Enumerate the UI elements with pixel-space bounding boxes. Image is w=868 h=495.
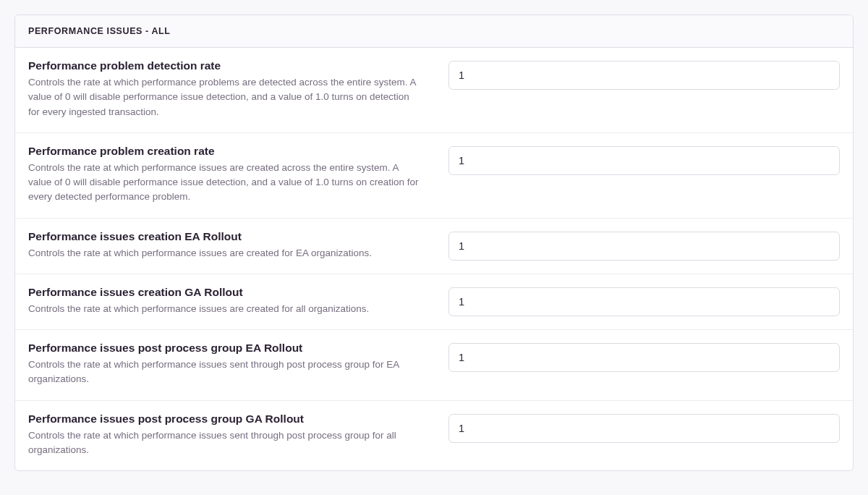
setting-row: Performance issues creation GA Rollout C… <box>15 274 853 330</box>
setting-title: Performance problem detection rate <box>28 59 420 72</box>
setting-input-wrap <box>448 412 840 443</box>
detection-rate-input[interactable] <box>448 61 840 90</box>
performance-issues-panel: PERFORMANCE ISSUES - ALL Performance pro… <box>14 14 854 471</box>
setting-row: Performance problem creation rate Contro… <box>15 133 853 219</box>
setting-description: Controls the rate at which performance p… <box>28 75 420 119</box>
setting-description: Controls the rate at which performance i… <box>28 161 420 205</box>
creation-ga-rollout-input[interactable] <box>448 287 840 316</box>
creation-ea-rollout-input[interactable] <box>448 232 840 261</box>
setting-description: Controls the rate at which performance i… <box>28 428 420 458</box>
panel-header: PERFORMANCE ISSUES - ALL <box>15 15 853 48</box>
setting-text: Performance issues post process group EA… <box>28 342 420 387</box>
setting-title: Performance problem creation rate <box>28 145 420 158</box>
creation-rate-input[interactable] <box>448 146 840 175</box>
setting-input-wrap <box>448 145 840 175</box>
setting-description: Controls the rate at which performance i… <box>28 246 420 261</box>
setting-input-wrap <box>448 59 840 90</box>
post-process-ga-rollout-input[interactable] <box>448 414 840 443</box>
setting-text: Performance issues post process group GA… <box>28 412 420 458</box>
setting-text: Performance problem creation rate Contro… <box>28 145 420 205</box>
setting-title: Performance issues creation GA Rollout <box>28 286 420 299</box>
setting-input-wrap <box>448 230 840 261</box>
setting-row: Performance issues creation EA Rollout C… <box>15 219 853 274</box>
setting-row: Performance problem detection rate Contr… <box>15 48 853 133</box>
setting-description: Controls the rate at which performance i… <box>28 302 420 316</box>
setting-title: Performance issues post process group EA… <box>28 342 420 355</box>
setting-row: Performance issues post process group EA… <box>15 330 853 401</box>
setting-text: Performance problem detection rate Contr… <box>28 59 420 119</box>
setting-title: Performance issues creation EA Rollout <box>28 230 420 243</box>
setting-input-wrap <box>448 286 840 316</box>
setting-description: Controls the rate at which performance i… <box>28 358 420 387</box>
setting-input-wrap <box>448 342 840 372</box>
setting-text: Performance issues creation EA Rollout C… <box>28 230 420 261</box>
post-process-ea-rollout-input[interactable] <box>448 343 840 372</box>
setting-row: Performance issues post process group GA… <box>15 401 853 471</box>
setting-title: Performance issues post process group GA… <box>28 412 420 426</box>
setting-text: Performance issues creation GA Rollout C… <box>28 286 420 316</box>
